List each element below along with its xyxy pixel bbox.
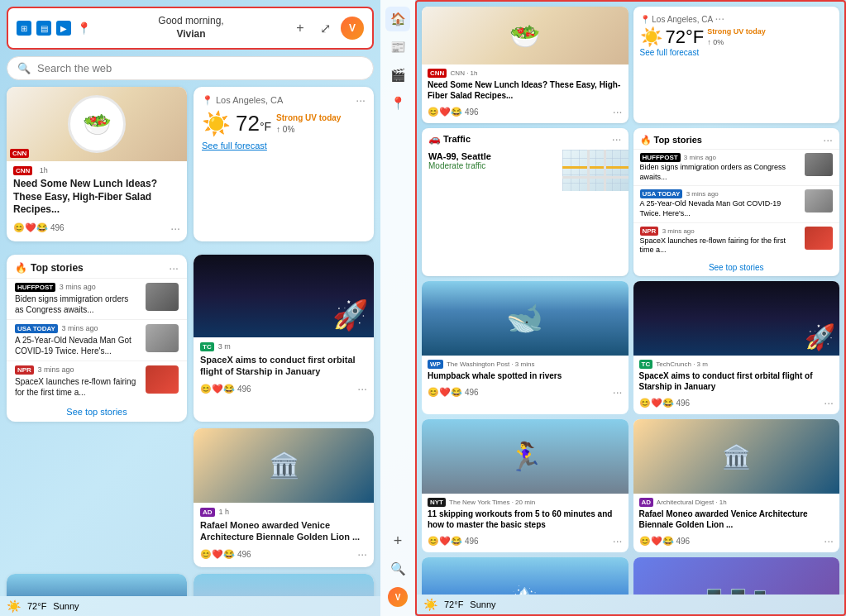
right-workout-card[interactable]: 🏃‍♀️ NYT The New York Times · 20 min 11 … (422, 419, 629, 552)
right-laptop-icon: 💻 (704, 585, 724, 595)
right-whale-card[interactable]: 🐋 WP The Washington Post · 3 mins Humpba… (422, 281, 629, 414)
building-icon: 🏛️ (260, 442, 308, 488)
right-spacex-body: TC TechCrunch · 3 m SpaceX aims to condu… (633, 356, 840, 414)
whale-card[interactable]: 🐋 WP 3 mins Humpback whale spotted in ri… (7, 574, 187, 596)
story-item-3[interactable]: NPR 3 mins ago SpaceX launches re-flown … (7, 361, 187, 402)
right-food-body: CNN CNN · 1h Need Some New Lunch Ideas? … (422, 64, 629, 123)
right-story-item-3[interactable]: NPR 3 mins ago SpaceX launches re-flown … (633, 222, 840, 259)
right-scroll-content: 🥗 CNN CNN · 1h Need Some New Lunch Ideas… (417, 2, 844, 595)
right-food-image: 🥗 (422, 7, 629, 64)
weather-card[interactable]: 📍 Los Angeles, CA ··· ☀️ 72°F Strong UV … (194, 87, 374, 241)
story-item-1[interactable]: HUFFPOST 3 mins ago Biden signs immigrat… (7, 278, 187, 319)
food-plate-icon: 🥗 (68, 95, 126, 153)
venice-card[interactable]: 🏛️ AD 1 h Rafael Moneo awarded Venice Ar… (194, 428, 374, 568)
right-traffic-icon: 🚗 (428, 133, 441, 145)
map-icon[interactable]: 📍 (76, 21, 91, 36)
workout-card[interactable]: 🏃‍♀️ NYT 20 min 11 skipping workouts fro… (194, 574, 374, 596)
home-icon[interactable]: ⊞ (17, 21, 31, 36)
video-icon[interactable]: ▶ (56, 21, 71, 36)
food-headline: Need Some New Lunch Ideas? These Easy, H… (13, 178, 180, 217)
story-thumb-1 (146, 283, 179, 311)
search-input[interactable] (37, 62, 363, 74)
venice-more-button[interactable]: ··· (357, 547, 367, 561)
right-forecast-link[interactable]: See full forecast (640, 48, 834, 57)
weather-more-button[interactable]: ··· (356, 93, 366, 107)
food-card-body: CNN 1h Need Some New Lunch Ideas? These … (7, 161, 187, 241)
food-card-footer: 😊❤️😂 496 ··· (13, 222, 180, 235)
right-story-item-2[interactable]: USA TODAY 3 mins ago A 25-Year-Old Nevad… (633, 185, 840, 222)
right-top-stories-card: 🔥 Top stories ··· HUFFPOST 3 mins ago Bi… (633, 128, 840, 276)
right-windows-image: 💻 💻 💻 (633, 557, 840, 595)
rocket-icon: 🚀 (332, 298, 369, 332)
left-bottom-bar: ☀️ 72°F Sunny (0, 596, 380, 616)
right-see-stories-link[interactable]: See top stories (633, 259, 840, 276)
sidebar-search-icon[interactable]: 🔍 (385, 556, 410, 581)
sidebar-location-icon[interactable]: 📍 (385, 91, 410, 116)
spacex-more-button[interactable]: ··· (357, 382, 367, 395)
sidebar-video-icon[interactable]: 🎬 (385, 63, 410, 88)
right-runner-icon: 🏃‍♀️ (508, 440, 542, 473)
add-button[interactable]: + (291, 19, 309, 37)
right-story-thumb-3 (805, 227, 833, 250)
right-venice-image: 🏛️ (633, 419, 840, 494)
right-whale-more[interactable]: ··· (613, 385, 623, 399)
right-food-card[interactable]: 🥗 CNN CNN · 1h Need Some New Lunch Ideas… (422, 7, 629, 123)
story-item-2[interactable]: USA TODAY 3 mins ago A 25-Year-Old Nevad… (7, 319, 187, 361)
search-bar: 🔍 (7, 56, 374, 80)
sidebar-add-icon[interactable]: + (385, 528, 410, 553)
right-weather-more[interactable]: ··· (715, 12, 724, 25)
right-sun-icon: ☀️ (640, 26, 662, 48)
food-card[interactable]: 🥗 CNN CNN 1h Need Some New Lunch Ideas? … (7, 87, 187, 241)
right-windows-card[interactable]: 💻 💻 💻 VERGE The Verge · 3 mins Microsoft… (633, 557, 840, 595)
see-top-stories-link[interactable]: See top stories (7, 402, 187, 422)
row-venice: 🏛️ AD 1 h Rafael Moneo awarded Venice Ar… (7, 428, 374, 568)
search-icon: 🔍 (17, 62, 31, 74)
left-content-area: 🥗 CNN CNN 1h Need Some New Lunch Ideas? … (0, 84, 380, 596)
right-pin-icon: 📍 (640, 15, 650, 24)
spacex-headline: SpaceX aims to conduct first orbital fli… (200, 354, 367, 378)
right-weather-card[interactable]: 📍 Los Angeles, CA ··· ☀️ 72°F Strong UV … (633, 7, 840, 123)
spacex-card[interactable]: 🚀 TC 3 m SpaceX aims to conduct first or… (194, 255, 374, 422)
main-right-content: 🥗 CNN CNN · 1h Need Some New Lunch Ideas… (415, 0, 846, 616)
expand-button[interactable]: ⤢ (316, 19, 334, 37)
food-reactions: 😊❤️😂 496 (13, 222, 65, 233)
bottom-weather-temp: 72°F (27, 601, 46, 611)
right-story-item-1[interactable]: HUFFPOST 3 mins ago Biden signs immigrat… (633, 149, 840, 185)
right-workout-image: 🏃‍♀️ (422, 419, 629, 494)
spacex-image: 🚀 (194, 255, 374, 337)
right-weather-main: ☀️ 72°F Strong UV today ↑ 0% (640, 26, 834, 48)
right-traffic-title: Traffic (443, 134, 471, 144)
right-traffic-more[interactable]: ··· (612, 132, 622, 146)
right-row-lakecomo-windows: 🏔️ NYT The New York Times · 9 mins Patri… (422, 557, 839, 595)
sidebar: 🏠 📰 🎬 📍 + 🔍 V (380, 0, 415, 616)
venice-body: AD 1 h Rafael Moneo awarded Venice Archi… (194, 503, 374, 568)
right-food-more[interactable]: ··· (613, 105, 623, 118)
avatar[interactable]: V (341, 17, 364, 40)
right-traffic-route: WA-99, Seattle (428, 151, 556, 161)
right-venice-more[interactable]: ··· (824, 534, 834, 547)
sidebar-news-icon[interactable]: 📰 (385, 35, 410, 60)
food-more-button[interactable]: ··· (170, 222, 180, 235)
right-spacex-more[interactable]: ··· (824, 396, 834, 409)
right-lakecomo-card[interactable]: 🏔️ NYT The New York Times · 9 mins Patri… (422, 557, 629, 595)
sidebar-home-icon[interactable]: 🏠 (385, 7, 410, 31)
sidebar-avatar-icon[interactable]: V (385, 585, 410, 609)
stories-more-button[interactable]: ··· (169, 261, 179, 275)
news-icon[interactable]: ▤ (36, 21, 51, 36)
row-whale-workout: 🐋 WP 3 mins Humpback whale spotted in ri… (7, 574, 374, 596)
right-stories-more[interactable]: ··· (823, 133, 833, 146)
right-venice-card[interactable]: 🏛️ AD Architectural Digest · 1h Rafael M… (633, 419, 840, 552)
sun-icon: ☀️ (202, 110, 231, 137)
left-panel: ⊞ ▤ ▶ 📍 Good morning, Vivian + ⤢ V 🔍 🥗 C… (0, 0, 380, 616)
weather-main: ☀️ 72°F Strong UV today ↑ 0% (202, 110, 366, 137)
right-stories-title: Top stories (654, 135, 702, 145)
right-workout-headline: 11 skipping workouts from 5 to 60 minute… (428, 509, 623, 530)
right-whale-body: WP The Washington Post · 3 mins Humpback… (422, 356, 629, 404)
workout-image: 🏃‍♀️ (194, 574, 374, 596)
story-thumb-2 (146, 324, 179, 352)
right-traffic-card[interactable]: 🚗 Traffic ··· WA-99, Seattle Moderate tr… (422, 128, 629, 276)
stories-icon: 🔥 (15, 262, 27, 274)
right-spacex-card[interactable]: 🚀 TC TechCrunch · 3 m SpaceX aims to con… (633, 281, 840, 414)
weather-forecast-link[interactable]: See full forecast (202, 141, 366, 150)
right-workout-more[interactable]: ··· (613, 534, 623, 547)
